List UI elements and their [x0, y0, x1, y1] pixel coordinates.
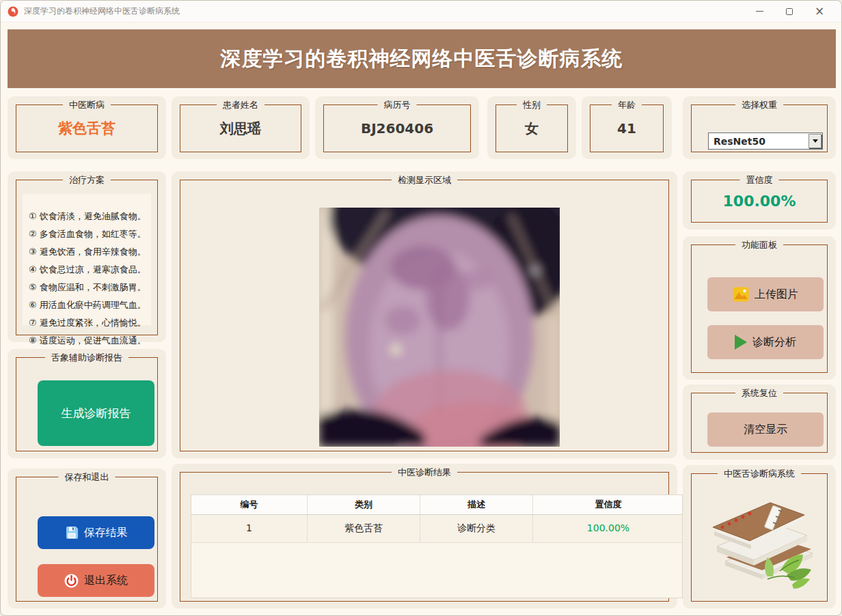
- analyze-button[interactable]: 诊断分析: [707, 325, 824, 359]
- treatment-item: ① 饮食清淡，避免油腻食物。: [29, 208, 148, 225]
- results-table: 编号 类别 描述 置信度 1 紫色舌苔 诊断分类 100.00%: [191, 494, 683, 598]
- functions-label: 功能面板: [735, 239, 783, 251]
- close-button[interactable]: ×: [804, 1, 834, 22]
- record-number-panel: 病历号 BJ260406: [315, 96, 479, 159]
- play-icon: [735, 335, 747, 350]
- maximize-icon: [786, 8, 793, 15]
- report-panel: 舌象辅助诊断报告 生成诊断报告: [8, 349, 166, 458]
- gender-label: 性别: [517, 99, 547, 111]
- maximize-button[interactable]: [774, 1, 804, 22]
- power-icon: [64, 574, 79, 588]
- upload-image-button[interactable]: 上传图片: [707, 277, 824, 311]
- column-header[interactable]: 类别: [308, 495, 420, 514]
- cell-category: 紫色舌苔: [308, 515, 420, 542]
- save-exit-panel: 保存和退出 保存结果: [8, 468, 166, 608]
- generate-report-button[interactable]: 生成诊断报告: [38, 380, 154, 446]
- treatment-item: ⑧ 适度运动，促进气血流通。: [29, 332, 148, 350]
- branding-label: 中医舌诊断病系统: [718, 468, 801, 480]
- confidence-panel: 置信度 100.00%: [683, 171, 836, 229]
- weight-select-value: ResNet50: [709, 133, 808, 149]
- age-panel: 年龄 41: [582, 96, 672, 159]
- treatment-item: ④ 饮食忌过凉，避寒凉食品。: [29, 261, 148, 279]
- weight-dropdown-button[interactable]: [809, 134, 821, 148]
- header-banner: 深度学习的卷积神经网络中医舌诊断病系统: [8, 29, 836, 88]
- weight-select-panel: 选择权重 ResNet50: [683, 96, 836, 159]
- window-title: 深度学习的卷积神经网络中医舌诊断病系统: [24, 5, 180, 17]
- column-header[interactable]: 描述: [420, 495, 533, 514]
- analyze-label: 诊断分析: [752, 335, 796, 350]
- reset-label: 系统复位: [735, 387, 783, 400]
- title-bar: 深度学习的卷积神经网络中医舌诊断病系统 ×: [1, 1, 841, 23]
- window-controls: ×: [744, 1, 834, 22]
- record-number-label: 病历号: [378, 99, 417, 111]
- detection-label: 检测显示区域: [392, 174, 457, 186]
- column-header[interactable]: 置信度: [533, 495, 683, 514]
- results-table-header: 编号 类别 描述 置信度: [191, 495, 682, 515]
- age-label: 年龄: [612, 99, 642, 111]
- gender-panel: 性别 女: [487, 96, 576, 159]
- save-results-label: 保存结果: [84, 526, 128, 540]
- patient-name-panel: 患者姓名 刘思瑶: [172, 96, 310, 159]
- treatment-item: ③ 避免饮酒，食用辛辣食物。: [29, 243, 148, 261]
- treatment-panel: 治疗方案 ① 饮食清淡，避免油腻食物。 ② 多食活血食物，如红枣等。 ③ 避免饮…: [8, 171, 166, 342]
- treatment-item: ⑥ 用活血化瘀中药调理气血。: [29, 296, 148, 314]
- weight-select-label: 选择权重: [735, 99, 783, 111]
- tongue-image: [319, 208, 560, 447]
- weight-select[interactable]: ResNet50: [708, 132, 823, 150]
- save-exit-label: 保存和退出: [59, 471, 116, 484]
- column-header[interactable]: 编号: [191, 495, 308, 514]
- close-icon: ×: [815, 5, 824, 17]
- record-number-value: BJ260406: [324, 105, 470, 152]
- cell-no: 1: [191, 515, 308, 542]
- report-label: 舌象辅助诊断报告: [45, 352, 128, 364]
- confidence-label: 置信度: [740, 174, 779, 186]
- stacked-books-icon: [699, 489, 819, 591]
- caret-down-icon: [813, 139, 818, 143]
- exit-system-button[interactable]: 退出系统: [38, 564, 154, 597]
- age-value: 41: [590, 105, 663, 152]
- clear-display-button[interactable]: 清空显示: [707, 412, 824, 447]
- treatment-label: 治疗方案: [63, 174, 111, 186]
- results-label: 中医诊断结果: [392, 466, 457, 479]
- treatment-list: ① 饮食清淡，避免油腻食物。 ② 多食活血食物，如红枣等。 ③ 避免饮酒，食用辛…: [23, 194, 151, 325]
- save-results-button[interactable]: 保存结果: [38, 516, 154, 549]
- treatment-item: ⑤ 食物应温和，不刺激肠胃。: [29, 279, 148, 296]
- upload-image-label: 上传图片: [755, 288, 798, 302]
- table-row[interactable]: 1 紫色舌苔 诊断分类 100.00%: [191, 515, 682, 543]
- results-panel: 中医诊断结果 编号 类别 描述 置信度 1 紫色舌苔 诊断分类 100.00%: [172, 464, 677, 608]
- confidence-value: 100.00%: [692, 180, 827, 222]
- diagnosis-label: 中医断病: [63, 99, 111, 111]
- functions-panel: 功能面板 上传图片 诊断分析: [683, 236, 836, 380]
- page-title: 深度学习的卷积神经网络中医舌诊断病系统: [221, 45, 623, 73]
- app-icon: [8, 6, 18, 17]
- diagnosis-panel: 中医断病 紫色舌苔: [8, 96, 166, 159]
- diagnosis-value: 紫色舌苔: [16, 105, 157, 152]
- cell-confidence: 100.00%: [533, 515, 683, 542]
- app-window: 深度学习的卷积神经网络中医舌诊断病系统 × 深度学习的卷积神经网络中医舌诊断病系…: [0, 0, 842, 616]
- patient-name-value: 刘思瑶: [180, 105, 301, 152]
- detection-panel: 检测显示区域: [172, 171, 677, 458]
- treatment-item: ② 多食活血食物，如红枣等。: [29, 225, 148, 243]
- treatment-item: ⑦ 避免过度紧张，心情愉悦。: [29, 314, 148, 332]
- floppy-disk-icon: [65, 526, 79, 540]
- patient-name-label: 患者姓名: [217, 99, 264, 111]
- cell-desc: 诊断分类: [420, 515, 533, 542]
- branding-panel: 中医舌诊断病系统: [683, 465, 836, 608]
- minimize-button[interactable]: [744, 1, 774, 22]
- minimize-icon: [756, 11, 763, 12]
- exit-system-label: 退出系统: [84, 574, 128, 588]
- picture-image-icon: [733, 287, 749, 302]
- gender-value: 女: [496, 105, 567, 152]
- reset-panel: 系统复位 清空显示: [683, 384, 836, 460]
